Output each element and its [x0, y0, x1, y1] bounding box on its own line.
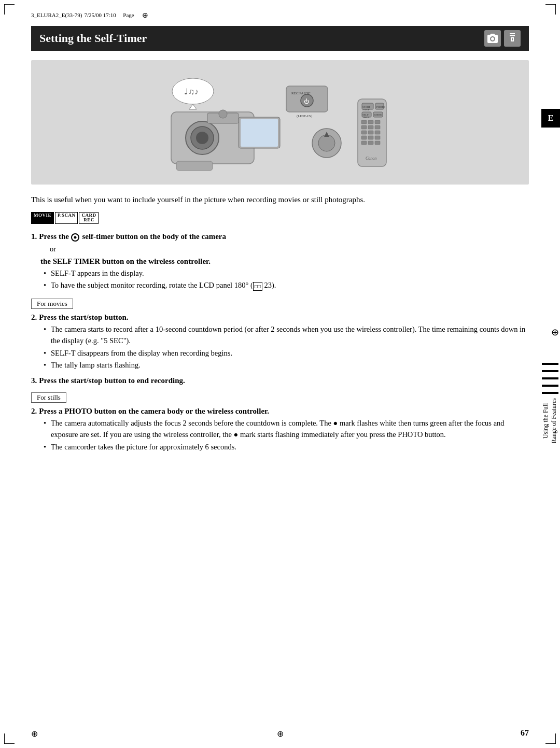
step-2-header: 2. Press the start/stop button. — [31, 313, 529, 322]
for-movies-label: For movies — [37, 300, 67, 307]
svg-point-11 — [219, 110, 227, 118]
corner-br — [545, 733, 556, 744]
svg-rect-32 — [368, 120, 373, 124]
svg-rect-42 — [375, 136, 380, 139]
step-2b-bullet-2: The camcorder takes the picture for appr… — [44, 442, 529, 453]
svg-rect-38 — [368, 131, 373, 134]
svg-rect-10 — [176, 161, 213, 171]
camcorder-illustration: ♩♫♪ REC PAUSE — [156, 70, 404, 174]
svg-rect-44 — [368, 141, 373, 145]
left-crosshair: ⊕ — [31, 729, 38, 739]
sidebar-right: Using the Full Range of Features — [540, 363, 560, 443]
title-icons — [484, 30, 521, 47]
step-2b-text: Press a PHOTO button on the camera body … — [39, 407, 269, 416]
sidebar-text: Using the Full Range of Features — [542, 398, 558, 443]
step-2b-bullet-1: The camera automatically adjusts the foc… — [44, 418, 529, 441]
step-2-bullets: The camera starts to record after a 10-s… — [44, 324, 529, 371]
badge-movie: MOVIE — [31, 212, 54, 224]
svg-text:/STOP: /STOP — [362, 108, 370, 111]
svg-rect-40 — [361, 136, 367, 139]
step-2-text: Press the start/stop button. — [39, 313, 128, 322]
step-3-header: 3. Press the start/stop button to end re… — [31, 376, 529, 385]
corner-bl — [4, 733, 15, 744]
bottom-crosshair: ⊕ — [277, 729, 284, 739]
or-text: or — [50, 244, 529, 255]
sidebar-label-2: Range of Features — [550, 398, 557, 443]
ref-box: □□ — [253, 282, 262, 291]
mode-badges: MOVIE P.SCAN CARDREC — [31, 212, 529, 224]
svg-point-18 — [318, 135, 335, 151]
step-3: 3. Press the start/stop button to end re… — [31, 376, 529, 385]
badge-card-rec: CARDREC — [79, 212, 99, 224]
svg-rect-39 — [375, 131, 380, 134]
step-2: 2. Press the start/stop button. The came… — [31, 313, 529, 371]
svg-rect-37 — [361, 131, 367, 134]
sidebar-lines — [542, 363, 558, 394]
intro-text: This is useful when you want to include … — [31, 194, 529, 206]
svg-rect-45 — [375, 141, 380, 145]
timer-symbol — [71, 233, 79, 242]
svg-text:(LINE-IN): (LINE-IN) — [297, 114, 313, 118]
step-1-header: 1. Press the self-timer button on the bo… — [31, 232, 529, 242]
page-number: 67 — [521, 728, 529, 738]
svg-text:MENU: MENU — [374, 114, 382, 116]
main-content: Setting the Self-Timer ♩♫♪ — [31, 26, 529, 727]
svg-text:TIMER: TIMER — [362, 116, 369, 119]
header-date: 7/25/00 17:10 — [84, 12, 116, 18]
svg-rect-36 — [375, 125, 380, 129]
step-2-bullet-1: The camera starts to record after a 10-s… — [44, 324, 529, 347]
sidebar-label-1: Using the Full — [542, 403, 549, 439]
svg-marker-2 — [189, 104, 197, 109]
title-bar: Setting the Self-Timer — [31, 26, 529, 51]
header-filename: 3_ELURA2_E(33-79) — [31, 12, 82, 18]
e-tab-label: E — [548, 114, 554, 123]
sidebar-line-5 — [542, 392, 558, 394]
step-2-num: 2. — [31, 313, 37, 322]
header: 3_ELURA2_E(33-79) 7/25/00 17:10 Page — [31, 10, 529, 20]
illustration-area: ♩♫♪ REC PAUSE — [31, 60, 529, 185]
svg-text:PHOTO: PHOTO — [376, 106, 385, 108]
step-3-text: Press the start/stop button to end recor… — [39, 376, 185, 385]
sidebar-line-3 — [542, 377, 558, 379]
svg-rect-31 — [361, 120, 367, 124]
camera-svg — [486, 32, 499, 45]
right-crosshair: ⊕ — [551, 327, 559, 338]
header-page-label: Page — [123, 12, 134, 18]
step-1: 1. Press the self-timer button on the bo… — [31, 232, 529, 291]
illustration-inner: ♩♫♪ REC PAUSE — [56, 66, 504, 178]
camera-mode-icon — [484, 30, 501, 47]
sidebar-line-4 — [542, 385, 558, 387]
step-2-bullet-3: The tally lamp starts flashing. — [44, 360, 529, 371]
step-1-num: 1. — [31, 232, 37, 241]
corner-tl — [4, 4, 15, 15]
svg-text:♩♫♪: ♩♫♪ — [184, 87, 199, 96]
step-1-bullet-2: To have the subject monitor recording, r… — [44, 280, 529, 291]
for-movies-tag: For movies — [31, 299, 73, 309]
svg-rect-33 — [375, 120, 380, 124]
header-crosshair — [141, 10, 150, 20]
remote-svg — [506, 32, 519, 45]
for-stills-tag: For stills — [31, 392, 66, 403]
sidebar-line-2 — [542, 370, 558, 372]
e-section-tab: E — [541, 109, 560, 128]
for-stills-label: For stills — [37, 393, 61, 401]
svg-rect-43 — [361, 141, 367, 145]
badge-pscan: P.SCAN — [55, 212, 78, 224]
step-1-bullet-1: SELF-T appears in the display. — [44, 268, 529, 279]
step-1-text: Press the self-timer button on the body … — [39, 232, 226, 242]
svg-text:Canon: Canon — [366, 156, 376, 161]
svg-rect-41 — [368, 136, 373, 139]
step-1-sub: the SELF TIMER button on the wireless co… — [40, 257, 529, 266]
corner-tr — [545, 4, 556, 15]
svg-point-6 — [196, 132, 208, 144]
step-2b-header: 2. Press a PHOTO button on the camera bo… — [31, 407, 529, 416]
step-1-bullets: SELF-T appears in the display. To have t… — [44, 268, 529, 292]
step-3-num: 3. — [31, 376, 37, 385]
step-2-bullet-2: SELF-T disappears from the display when … — [44, 348, 529, 359]
page-title: Setting the Self-Timer — [39, 32, 147, 45]
svg-rect-8 — [241, 119, 278, 147]
step-2b-bullets: The camera automatically adjusts the foc… — [44, 418, 529, 453]
svg-rect-35 — [368, 125, 373, 129]
svg-rect-34 — [361, 125, 367, 129]
remote-icon — [504, 30, 521, 47]
